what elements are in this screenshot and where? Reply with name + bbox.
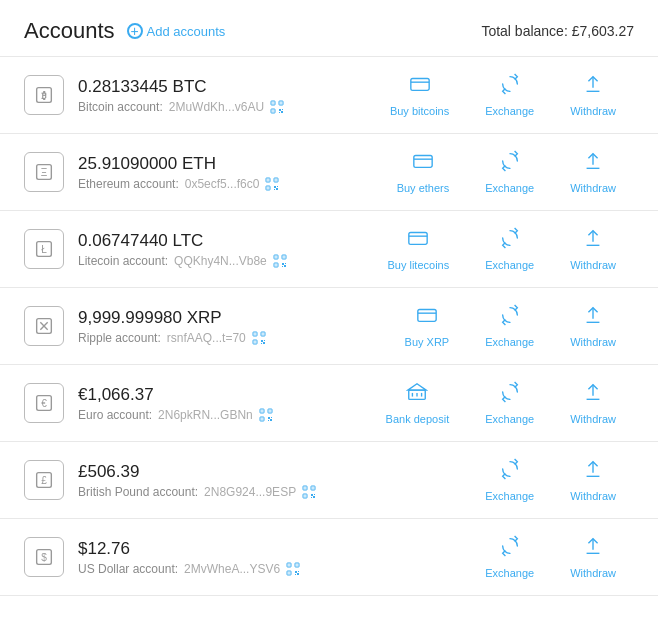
account-icon-xrp [24,306,64,346]
qr-icon[interactable] [286,562,300,576]
account-address: QQKhy4N...Vb8e [174,254,267,268]
account-icon-eth: Ξ [24,152,64,192]
svg-rect-37 [275,256,276,257]
svg-rect-24 [274,186,276,188]
account-actions-eth: Buy ethersExchangeWithdraw [379,150,634,194]
account-info-ltc: 0.06747440 LTCLitecoin account:QQKhy4N..… [78,231,369,268]
page-title: Accounts [24,18,115,44]
svg-rect-44 [409,233,427,245]
qr-icon[interactable] [302,485,316,499]
qr-icon[interactable] [252,331,266,345]
svg-rect-9 [282,109,283,110]
account-label: Ethereum account: [78,177,179,191]
action-btn-withdraw[interactable]: Withdraw [552,458,634,502]
svg-rect-21 [268,179,269,180]
action-btn-buy-ethers[interactable]: Buy ethers [379,150,468,194]
action-label: Exchange [485,490,534,502]
exchange-icon [499,304,521,331]
account-actions-eur: Bank depositExchangeWithdraw [368,381,634,425]
action-label: Withdraw [570,182,616,194]
action-label: Exchange [485,413,534,425]
action-btn-exchange[interactable]: Exchange [467,304,552,348]
action-btn-exchange[interactable]: Exchange [467,227,552,271]
svg-rect-42 [282,266,283,267]
action-label: Withdraw [570,105,616,117]
buy-xrp-icon [416,304,438,331]
exchange-icon [499,458,521,485]
exchange-icon [499,73,521,100]
account-amount: 25.91090000 ETH [78,154,379,174]
action-btn-exchange[interactable]: Exchange [467,458,552,502]
qr-icon[interactable] [265,177,279,191]
svg-rect-71 [268,417,270,419]
svg-rect-27 [276,188,278,190]
action-label: Exchange [485,567,534,579]
account-amount: 9,999.999980 XRP [78,308,387,328]
action-btn-buy-litecoins[interactable]: Buy litecoins [369,227,467,271]
svg-rect-68 [261,410,262,411]
action-label: Withdraw [570,413,616,425]
withdraw-icon [582,227,604,254]
account-address: 2N6pkRN...GBNn [158,408,253,422]
account-info-btc: 0.28133445 BTCBitcoin account:2MuWdKh...… [78,77,372,114]
svg-rect-72 [271,417,272,418]
account-info-xrp: 9,999.999980 XRPRipple account:rsnfAAQ..… [78,308,387,345]
svg-rect-38 [275,264,276,265]
qr-icon[interactable] [270,100,284,114]
account-row: Ł0.06747440 LTCLitecoin account:QQKhy4N.… [0,211,658,288]
account-icon-ltc: Ł [24,229,64,269]
action-btn-bank-deposit[interactable]: Bank deposit [368,381,468,425]
action-btn-withdraw[interactable]: Withdraw [552,73,634,117]
action-btn-exchange[interactable]: Exchange [467,150,552,194]
action-btn-withdraw[interactable]: Withdraw [552,304,634,348]
action-btn-exchange[interactable]: Exchange [467,381,552,425]
svg-rect-107 [297,573,299,575]
action-btn-withdraw[interactable]: Withdraw [552,381,634,425]
withdraw-icon [582,535,604,562]
svg-rect-11 [281,111,283,113]
account-icon-gbp: £ [24,460,64,500]
action-btn-exchange[interactable]: Exchange [467,535,552,579]
account-actions-ltc: Buy litecoinsExchangeWithdraw [369,227,634,271]
action-btn-withdraw[interactable]: Withdraw [552,150,634,194]
account-address: 0x5ecf5...f6c0 [185,177,260,191]
action-label: Withdraw [570,490,616,502]
svg-rect-91 [314,494,315,495]
svg-rect-28 [414,156,432,168]
action-label: Exchange [485,336,534,348]
account-actions-btc: Buy bitcoinsExchangeWithdraw [372,73,634,117]
buy-bitcoins-icon [409,73,431,100]
withdraw-icon [582,381,604,408]
action-btn-withdraw[interactable]: Withdraw [552,535,634,579]
withdraw-icon [582,150,604,177]
svg-rect-55 [261,340,263,342]
action-btn-buy-xrp[interactable]: Buy XRP [387,304,468,348]
svg-rect-40 [282,263,284,265]
exchange-icon [499,535,521,562]
bank-deposit-icon [406,381,428,408]
action-label: Withdraw [570,567,616,579]
account-label: British Pound account: [78,485,198,499]
action-label: Withdraw [570,259,616,271]
page-header: Accounts + Add accounts Total balance: £… [0,0,658,57]
account-amount: £506.39 [78,462,467,482]
exchange-icon [499,227,521,254]
svg-rect-43 [284,265,286,267]
buy-litecoins-icon [407,227,429,254]
account-label: Litecoin account: [78,254,168,268]
svg-rect-87 [305,487,306,488]
qr-icon[interactable] [273,254,287,268]
action-label: Exchange [485,182,534,194]
action-label: Buy ethers [397,182,450,194]
add-accounts-button[interactable]: + Add accounts [127,23,226,39]
account-amount: €1,066.37 [78,385,368,405]
svg-rect-52 [254,333,255,334]
action-btn-buy-bitcoins[interactable]: Buy bitcoins [372,73,467,117]
account-icon-eur: € [24,383,64,423]
svg-marker-76 [408,384,426,390]
withdraw-icon [582,73,604,100]
qr-icon[interactable] [259,408,273,422]
svg-text:$: $ [41,552,47,563]
action-btn-exchange[interactable]: Exchange [467,73,552,117]
action-btn-withdraw[interactable]: Withdraw [552,227,634,271]
